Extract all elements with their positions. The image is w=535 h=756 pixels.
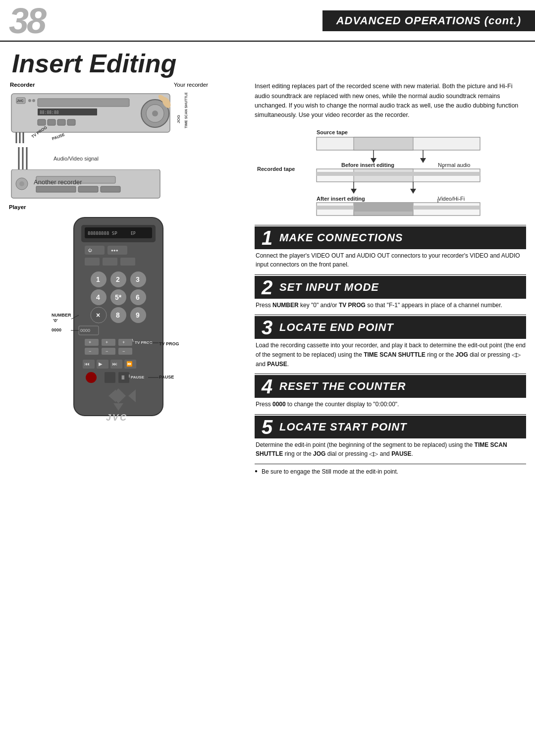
svg-text:⏮: ⏮	[85, 361, 90, 367]
svg-rect-111	[354, 137, 413, 150]
svg-text:8: 8	[116, 311, 120, 319]
player-label: Player	[9, 204, 26, 210]
your-recorder-label: Your recorder	[174, 82, 208, 88]
svg-point-14	[152, 110, 158, 116]
step-separator-4	[255, 374, 526, 374]
svg-text:JVC: JVC	[17, 99, 24, 103]
svg-text:PAUSE: PAUSE	[159, 375, 174, 379]
intro-text: Insert editing replaces part of the reco…	[255, 82, 526, 120]
svg-rect-72	[102, 348, 115, 355]
step-4-body: Press 0000 to change the counter display…	[255, 400, 526, 409]
svg-marker-115	[420, 158, 426, 163]
svg-rect-89	[105, 372, 115, 383]
svg-text:−: −	[106, 349, 108, 354]
svg-text:1: 1	[96, 275, 100, 283]
svg-rect-44	[103, 258, 117, 266]
step-4-title: RESET THE COUNTER	[279, 380, 406, 393]
recorder-label: Recorder	[10, 82, 35, 88]
svg-text:'0': '0'	[53, 318, 57, 323]
svg-text:×: ×	[96, 311, 100, 319]
svg-text:6: 6	[136, 293, 140, 301]
cable-area: Audio/Video signal	[14, 147, 243, 169]
step-3-body: Load the recording cassette into your re…	[255, 341, 526, 369]
svg-marker-125	[351, 189, 357, 194]
svg-rect-11	[67, 119, 75, 125]
svg-text:NUMBER: NUMBER	[52, 313, 71, 318]
svg-point-3	[28, 99, 31, 102]
player-label-row: Player	[9, 204, 243, 210]
page-title: Insert Editing	[12, 50, 535, 78]
svg-rect-31	[101, 186, 120, 192]
cable-svg	[14, 147, 44, 169]
svg-rect-8	[38, 119, 46, 125]
step-2-header: 2 SET INPUT MODE	[255, 276, 526, 299]
svg-text:+: +	[89, 340, 91, 345]
svg-text:0000: 0000	[52, 327, 61, 332]
svg-text:After insert editing: After insert editing	[317, 196, 365, 202]
left-column: Recorder Your recorder JVC	[0, 82, 243, 476]
svg-rect-74	[118, 339, 132, 346]
svg-text:⏩: ⏩	[126, 361, 133, 367]
svg-text:2: 2	[116, 275, 120, 283]
step-3-number: 3	[255, 318, 279, 337]
svg-text:−: −	[122, 349, 125, 354]
svg-text:Recorded tape: Recorded tape	[257, 166, 295, 172]
svg-text:88888888 SP: 88888888 SP	[88, 231, 117, 236]
svg-text:Source tape: Source tape	[317, 129, 348, 135]
svg-text:Before insert editing: Before insert editing	[341, 162, 394, 168]
svg-point-4	[32, 99, 35, 102]
svg-rect-5	[38, 99, 129, 107]
page-number: 38	[9, 3, 45, 39]
step-separator-1	[255, 225, 526, 225]
step-separator-3	[255, 315, 526, 315]
step-5-body: Determine the edit-in point (the beginni…	[255, 440, 526, 459]
svg-rect-122	[317, 172, 480, 176]
svg-text:PAUSE: PAUSE	[131, 375, 145, 379]
svg-text:Video/Hi-Fi: Video/Hi-Fi	[438, 196, 465, 202]
remote-section: 88888888 SP EP ⏻ ●●● 1 2	[9, 215, 243, 430]
svg-text:+: +	[106, 340, 108, 345]
svg-text:⏸: ⏸	[120, 374, 126, 381]
tape-diagram-svg: Source tape Recorded tape Before insert …	[255, 127, 492, 216]
step-1-title: MAKE CONNECTIONS	[279, 231, 403, 244]
svg-marker-127	[410, 189, 416, 194]
svg-rect-134	[354, 203, 413, 212]
step-1-header: 1 MAKE CONNECTIONS	[255, 226, 526, 249]
svg-point-33	[19, 181, 24, 186]
page-header: 38 ADVANCED OPERATIONS (cont.)	[0, 0, 535, 42]
step-1-body: Connect the player's VIDEO OUT and AUDIO…	[255, 251, 526, 270]
svg-rect-76	[118, 348, 132, 355]
svg-rect-68	[85, 348, 99, 355]
final-separator	[255, 464, 526, 464]
svg-text:4: 4	[96, 293, 100, 301]
step-3-title: LOCATE END POINT	[279, 321, 394, 334]
svg-text:5*: 5*	[115, 293, 122, 301]
svg-text:⏻: ⏻	[88, 248, 92, 253]
step-3: 3 LOCATE END POINT Load the recording ca…	[255, 315, 526, 369]
step-5-header: 5 LOCATE START POINT	[255, 416, 526, 438]
svg-text:JOG: JOG	[176, 115, 181, 123]
svg-rect-29	[36, 186, 76, 192]
svg-text:−: −	[89, 349, 91, 354]
svg-text:PAUSE: PAUSE	[52, 132, 66, 141]
vcr-diagram: Recorder Your recorder JVC	[9, 82, 243, 210]
svg-text:0000: 0000	[80, 328, 90, 333]
step-4-number: 4	[255, 377, 279, 396]
vcr-labels-row: Recorder Your recorder	[9, 82, 243, 88]
svg-text:9: 9	[136, 311, 140, 319]
svg-text:88:88:88: 88:88:88	[40, 110, 59, 115]
svg-point-88	[86, 372, 97, 383]
svg-text:TIME SCAN SHUTTLE: TIME SCAN SHUTTLE	[184, 92, 188, 128]
svg-text:TV PROG: TV PROG	[159, 341, 179, 346]
tape-diagram: Source tape Recorded tape Before insert …	[255, 127, 526, 218]
svg-rect-10	[57, 119, 65, 125]
svg-rect-70	[102, 339, 115, 346]
vcr-top-svg: JVC 88:88:88	[9, 89, 207, 146]
step-5: 5 LOCATE START POINT Determine the edit-…	[255, 414, 526, 459]
remote-wrapper: 88888888 SP EP ⏻ ●●● 1 2	[49, 215, 203, 430]
step-4: 4 RESET THE COUNTER Press 0000 to change…	[255, 374, 526, 409]
svg-rect-66	[85, 339, 99, 346]
svg-text:JVC: JVC	[106, 413, 128, 423]
step-4-header: 4 RESET THE COUNTER	[255, 375, 526, 398]
step-2-body: Press NUMBER key "0" and/or TV PROG so t…	[255, 301, 526, 310]
